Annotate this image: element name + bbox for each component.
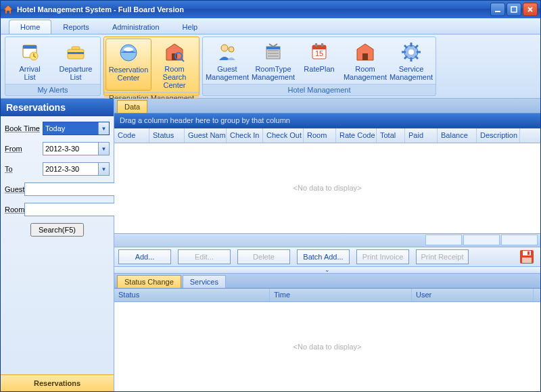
menu-tab-reports[interactable]: Reports: [51, 20, 101, 34]
from-label: From: [5, 145, 43, 153]
subcol-status[interactable]: Status: [114, 289, 270, 301]
svg-rect-21: [362, 53, 368, 60]
guest-icon: [216, 41, 238, 63]
maximize-button[interactable]: [507, 3, 521, 16]
subcol-time[interactable]: Time: [270, 289, 412, 301]
ribbon-roomsearch[interactable]: RoomSearch Center: [151, 39, 197, 91]
minimize-button[interactable]: [490, 3, 505, 16]
col-check-out[interactable]: Check Out: [263, 128, 304, 143]
app-window: Hotel Management System - Full Board Ver…: [0, 0, 541, 392]
ribbon-group-my-alerts: ArrivalListDepartureListMy Alerts: [5, 36, 101, 96]
subtab-services[interactable]: Services: [183, 275, 226, 288]
ribbon-label: ArrivalList: [19, 65, 40, 81]
svg-point-23: [408, 49, 414, 55]
close-button[interactable]: [523, 3, 538, 16]
sidebar-footer[interactable]: Reservations: [1, 374, 114, 391]
reservation-icon: [118, 42, 139, 64]
chevron-down-icon[interactable]: ▼: [98, 143, 109, 155]
col-check-in[interactable]: Check In: [227, 128, 263, 143]
svg-rect-26: [527, 251, 530, 255]
room-icon: [354, 41, 376, 63]
svg-point-9: [124, 47, 133, 51]
room-label: Room: [5, 205, 24, 214]
svg-point-12: [221, 45, 228, 51]
ribbon-guest[interactable]: GuestManagement: [204, 39, 250, 82]
ribbon: ArrivalListDepartureListMy AlertsReserva…: [1, 34, 540, 99]
ribbon-caption: Hotel Management: [203, 84, 436, 96]
col-guest-name[interactable]: Guest Name: [185, 128, 227, 143]
subcol-user[interactable]: User: [412, 289, 534, 301]
grid-header: CodeStatusGuest NameCheck InCheck OutRoo…: [114, 128, 540, 143]
edit-button[interactable]: Edit...: [178, 249, 231, 264]
ribbon-arrival[interactable]: ArrivalList: [7, 39, 53, 82]
svg-rect-6: [72, 47, 80, 49]
book-time-combo[interactable]: Today▼: [43, 122, 110, 135]
chevron-down-icon[interactable]: ▼: [98, 122, 109, 134]
svg-rect-27: [522, 258, 532, 263]
subgrid-header: StatusTimeUser: [114, 289, 540, 302]
col-rate-code[interactable]: Rate Code: [336, 128, 377, 143]
search-button[interactable]: Search(F5): [30, 223, 84, 237]
menu-tab-administration[interactable]: Administration: [101, 20, 171, 34]
arrival-icon: [19, 41, 41, 63]
titlebar: Hotel Management System - Full Board Ver…: [1, 1, 540, 18]
chevron-down-icon[interactable]: ▼: [98, 163, 109, 175]
svg-rect-7: [68, 52, 84, 54]
ribbon-caption: My Alerts: [5, 84, 100, 96]
svg-rect-18: [315, 43, 317, 47]
add-button[interactable]: Add...: [118, 249, 171, 264]
batch-add-button[interactable]: Batch Add...: [297, 249, 350, 264]
col-balance[interactable]: Balance: [438, 128, 477, 143]
footer-cell: [425, 235, 462, 245]
ribbon-label: GuestManagement: [206, 65, 249, 81]
ribbon-group-hotel-management: GuestManagementRoomTypeManagement15RateP…: [202, 36, 436, 96]
svg-rect-3: [23, 45, 37, 49]
ribbon-label: ServiceManagement: [390, 65, 433, 81]
sidebar-title: Reservations: [1, 99, 114, 116]
col-description[interactable]: Description: [477, 128, 520, 143]
col-status[interactable]: Status: [149, 128, 185, 143]
action-bar: Add... Edit... Delete Batch Add... Print…: [114, 247, 540, 267]
menu-tabs: HomeReportsAdministrationHelp: [1, 18, 540, 34]
print-receipt-button[interactable]: Print Receipt: [416, 249, 469, 264]
svg-rect-25: [523, 251, 531, 255]
save-icon[interactable]: [517, 248, 536, 266]
menu-tab-help[interactable]: Help: [171, 20, 210, 34]
ribbon-reservation[interactable]: ReservationCenter: [105, 39, 151, 91]
menu-tab-home[interactable]: Home: [9, 20, 51, 34]
to-date-combo[interactable]: 2012-3-30▼: [43, 162, 110, 176]
rateplan-icon: 15: [308, 41, 330, 63]
tab-data[interactable]: Data: [117, 100, 147, 113]
print-invoice-button[interactable]: Print Invoice: [356, 249, 409, 264]
ribbon-label: DepartureList: [60, 65, 93, 81]
col-total[interactable]: Total: [377, 128, 405, 143]
footer-cell: [463, 235, 500, 245]
service-icon: [400, 41, 422, 63]
svg-point-13: [229, 47, 234, 52]
footer-cell: [501, 235, 538, 245]
delete-button[interactable]: Delete: [237, 249, 290, 264]
main-tabstrip: Data: [114, 99, 540, 114]
guest-input[interactable]: [24, 182, 123, 196]
ribbon-rateplan[interactable]: 15RatePlan: [296, 39, 342, 82]
col-code[interactable]: Code: [114, 128, 149, 143]
home-icon: [3, 5, 13, 14]
ribbon-room[interactable]: RoomManagement: [342, 39, 388, 82]
departure-icon: [65, 41, 87, 63]
subgrid-empty-text: <No data to display>: [293, 343, 362, 351]
roomsearch-icon: [164, 41, 185, 63]
col-paid[interactable]: Paid: [405, 128, 438, 143]
svg-rect-0: [495, 11, 500, 12]
group-by-bar[interactable]: Drag a column header here to group by th…: [114, 114, 540, 128]
ribbon-departure[interactable]: DepartureList: [53, 39, 99, 82]
ribbon-service[interactable]: ServiceManagement: [388, 39, 434, 82]
col-room[interactable]: Room: [304, 128, 336, 143]
expander-handle[interactable]: ⌄: [114, 267, 540, 274]
ribbon-label: RoomSearch Center: [153, 65, 196, 89]
ribbon-roomtype[interactable]: RoomTypeManagement: [250, 39, 296, 82]
roomtype-icon: [262, 41, 284, 63]
svg-rect-19: [321, 43, 323, 47]
room-input[interactable]: [24, 203, 123, 216]
subtab-status-change[interactable]: Status Change: [117, 275, 181, 288]
from-date-combo[interactable]: 2012-3-30▼: [43, 142, 110, 155]
